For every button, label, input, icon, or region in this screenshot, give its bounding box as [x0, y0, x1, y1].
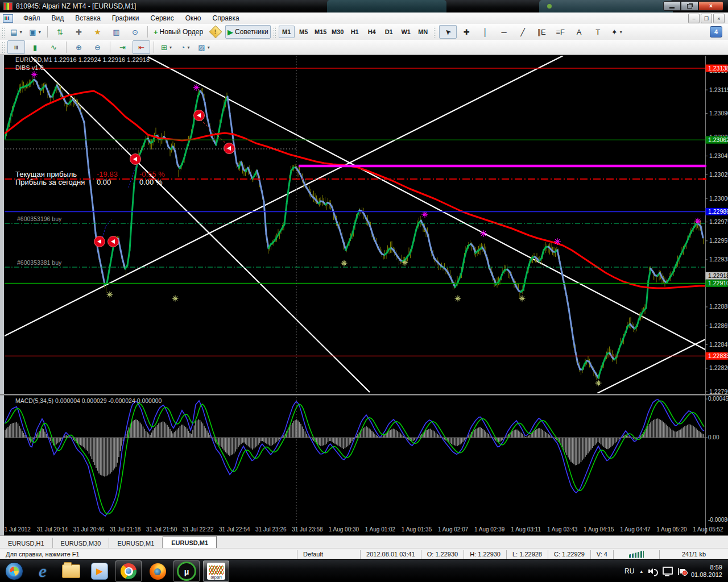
linechart-icon[interactable]: ∿	[45, 40, 63, 54]
chart-area[interactable]: 1.231351.231151.230901.230651.230451.230…	[0, 55, 728, 535]
autoscroll-icon[interactable]: ⇥	[114, 40, 131, 54]
timeframe-m15[interactable]: M15	[313, 26, 329, 38]
restore-button[interactable]	[681, 1, 698, 11]
channel-icon[interactable]: ∥E	[533, 25, 551, 39]
zoom-out-icon: ⊖	[94, 44, 101, 51]
timeframe-m5[interactable]: M5	[296, 26, 312, 38]
templates-icon[interactable]: ▨▾	[195, 40, 213, 54]
alpari-terminal-icon[interactable]: alpari	[203, 560, 229, 582]
favorites-icon[interactable]: ★	[89, 25, 106, 39]
chart-tab[interactable]: EURUSD,M1	[109, 538, 163, 548]
svg-text:31 Jul 2012: 31 Jul 2012	[1, 526, 31, 533]
network-icon[interactable]	[663, 567, 673, 575]
minimize-button[interactable]	[663, 1, 681, 11]
utorrent-icon[interactable]: µ	[173, 560, 200, 582]
toolbar-separator	[66, 41, 67, 53]
menu-item[interactable]: Справка	[207, 13, 245, 23]
chrome-icon[interactable]	[115, 560, 142, 582]
tray-expand-icon[interactable]: ▴	[640, 568, 643, 574]
timeframe-mn[interactable]: MN	[415, 26, 431, 38]
chart-tab-bar: EURUSD,H1EURUSD,M30EURUSD,M1EURUSD,M1	[0, 535, 728, 548]
timeframe-m1[interactable]: M1	[279, 26, 295, 38]
new-order-button[interactable]: +Новый Ордер	[151, 25, 205, 39]
internet-explorer-icon[interactable]: e	[30, 561, 55, 581]
status-profile[interactable]: Default	[297, 550, 360, 559]
language-indicator[interactable]: RU	[624, 567, 634, 575]
svg-text:31 Jul 23:26: 31 Jul 23:26	[255, 526, 287, 533]
text-icon[interactable]: A	[570, 25, 588, 39]
label-icon[interactable]: T	[589, 25, 607, 39]
chart-shift-icon[interactable]: ⇤	[133, 40, 150, 54]
chart-canvas[interactable]: 1.231351.231151.230901.230651.230451.230…	[0, 55, 728, 535]
timeframe-m30[interactable]: M30	[330, 26, 346, 38]
candles-icon[interactable]: ▮	[26, 40, 44, 54]
volume-icon[interactable]	[648, 568, 657, 575]
badge-4-icon[interactable]: 4	[710, 26, 722, 38]
explorer-icon[interactable]	[59, 561, 84, 581]
start-button[interactable]	[2, 561, 27, 581]
bars-icon[interactable]: ≡	[7, 40, 25, 54]
svg-text:1.22865: 1.22865	[709, 322, 728, 329]
status-low: L: 1.22928	[506, 550, 548, 559]
experts-button[interactable]: ▶Советники	[225, 25, 271, 39]
navigator-icon[interactable]: ✚	[70, 25, 88, 39]
svg-text:-19.83: -19.83	[97, 170, 118, 178]
menu: ФайлВидВставкаГрафикиСервисОкноСправка	[18, 13, 245, 23]
profiles-icon[interactable]: ▣▾	[26, 25, 44, 39]
screen: { "window":{"title":"810945: Alpari NZ M…	[0, 0, 728, 582]
chart-tab[interactable]: EURUSD,M30	[53, 538, 110, 548]
periods-icon[interactable]: ◔▾	[176, 40, 194, 54]
svg-text:1.22885: 1.22885	[709, 303, 728, 310]
svg-text:1.22910: 1.22910	[708, 280, 728, 286]
svg-text:1 Aug 05:20: 1 Aug 05:20	[656, 526, 687, 533]
zoom-in-icon[interactable]: ⊕	[70, 40, 88, 54]
hline-icon[interactable]: ─	[495, 25, 513, 39]
trade-marker	[130, 154, 141, 165]
zoom-in-icon: ⊕	[76, 44, 82, 51]
data-window-icon[interactable]: ▥	[107, 25, 125, 39]
cursor-icon[interactable]: ➤	[439, 25, 457, 39]
svg-text:Текущая прибыль: Текущая прибыль	[15, 170, 77, 178]
svg-text:0.00: 0.00	[97, 178, 111, 186]
child-restore-button[interactable]: ❐	[701, 14, 712, 23]
menu-item[interactable]: Вид	[46, 13, 70, 23]
media-player-icon[interactable]: ▶	[87, 561, 112, 581]
svg-text:Прибыль за сегодня: Прибыль за сегодня	[15, 178, 85, 186]
menu-item[interactable]: Сервис	[145, 13, 180, 23]
zoom-out-icon[interactable]: ⊖	[89, 40, 106, 54]
toolbar-separator	[147, 26, 148, 38]
vline-icon[interactable]: │	[477, 25, 494, 39]
menu-item[interactable]: Графики	[106, 13, 145, 23]
chart-tab[interactable]: EURUSD,M1	[163, 536, 217, 548]
svg-text:0.000452: 0.000452	[708, 396, 728, 402]
status-volume: V: 4	[590, 550, 613, 559]
tester-icon[interactable]: ⊙	[126, 25, 144, 39]
menu-item[interactable]: Окно	[180, 13, 207, 23]
alerts-icon[interactable]: !	[206, 25, 224, 39]
chart-tab[interactable]: EURUSD,H1	[0, 538, 53, 548]
timeframe-d1[interactable]: D1	[381, 26, 397, 38]
arrows-icon[interactable]: ✦▾	[608, 25, 626, 39]
new-chart-icon[interactable]: ▤▾	[7, 25, 25, 39]
timeframe-h1[interactable]: H1	[347, 26, 363, 38]
menu-item[interactable]: Файл	[18, 13, 46, 23]
market-watch-icon[interactable]: ⇅	[51, 25, 69, 39]
wmp-glyph: ▶	[91, 563, 108, 580]
child-close-button[interactable]: ×	[713, 14, 725, 23]
firefox-icon[interactable]	[145, 561, 170, 581]
clock[interactable]: 8:59 01.08.2012	[691, 564, 722, 579]
menu-item[interactable]: Вставка	[69, 13, 106, 23]
timeframe-h4[interactable]: H4	[364, 26, 380, 38]
trendline-icon[interactable]: ╱	[514, 25, 532, 39]
svg-text:1 Aug 04:47: 1 Aug 04:47	[620, 526, 651, 533]
title-bar[interactable]: 810945: Alpari NZ MT4 - [EURUSD,M1] ×	[0, 0, 728, 13]
fibonacci-icon[interactable]: ≡F	[552, 25, 569, 39]
dropdown-caret: ▾	[187, 45, 189, 50]
action-center-icon[interactable]	[680, 569, 685, 573]
taskbar: e▶µalpari RU ▴ 8:59 01.08.2012	[0, 559, 728, 582]
child-minimize-button[interactable]: –	[688, 14, 700, 23]
close-button[interactable]: ×	[698, 1, 723, 11]
crosshair-icon[interactable]: ✚	[458, 25, 475, 39]
indicators-icon[interactable]: ⊞▾	[158, 40, 175, 54]
timeframe-w1[interactable]: W1	[398, 26, 414, 38]
